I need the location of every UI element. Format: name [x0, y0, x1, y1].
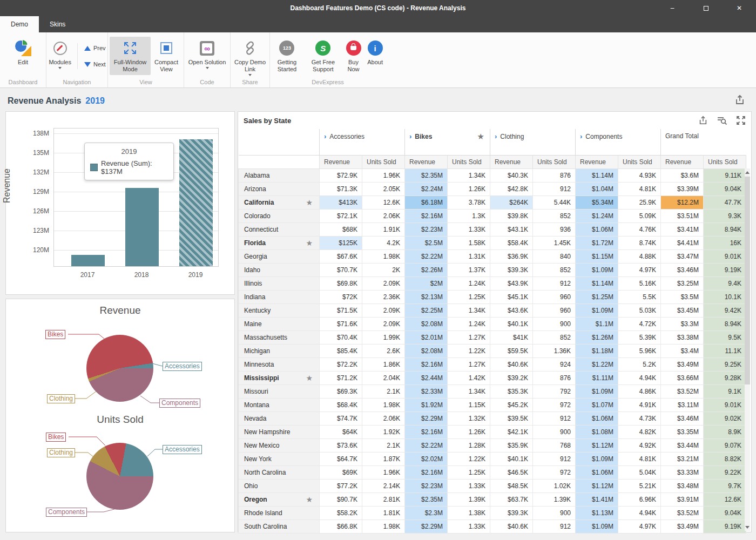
data-cell[interactable]: $69.3K	[320, 384, 362, 398]
state-cell[interactable]: Nevada	[239, 411, 320, 425]
data-cell[interactable]: 1.25K	[448, 465, 490, 479]
data-cell[interactable]: $64.7K	[320, 452, 362, 465]
data-cell[interactable]: 9.04K	[704, 506, 746, 519]
data-cell[interactable]: $58.2K	[320, 506, 362, 519]
data-cell[interactable]: $2.44M	[405, 371, 448, 384]
pie-label-clothing[interactable]: Clothing	[47, 394, 75, 403]
data-cell[interactable]: $2.16M	[405, 425, 448, 438]
data-cell[interactable]: 1.92K	[362, 425, 405, 438]
data-cell[interactable]: 8.9K	[704, 425, 746, 438]
data-cell[interactable]: $3.66M	[661, 371, 704, 384]
column-header[interactable]: Revenue	[576, 155, 618, 168]
data-cell[interactable]: $72K	[320, 290, 362, 303]
dashboard-export-icon[interactable]	[734, 94, 745, 107]
state-cell[interactable]: Colorado	[239, 209, 320, 222]
data-cell[interactable]: $3.49M	[661, 519, 704, 533]
table-row[interactable]: New York$64.7K1.87K$2.02M1.22K$40.1K912$…	[239, 452, 746, 465]
data-cell[interactable]: $3.45M	[661, 303, 704, 317]
state-cell[interactable]: Mississippi★	[239, 371, 320, 384]
data-cell[interactable]: $41K	[490, 330, 533, 344]
data-cell[interactable]: 5.44K	[533, 195, 576, 209]
data-cell[interactable]: 912	[533, 276, 576, 290]
data-cell[interactable]: 840	[533, 249, 576, 263]
data-cell[interactable]: 1.33K	[448, 479, 490, 492]
expand-chevron-icon[interactable]: ›	[409, 132, 411, 140]
table-row[interactable]: Rhode Island$58.2K1.81K$2.3M1.38K$39.3K9…	[239, 506, 746, 519]
data-cell[interactable]: 900	[533, 425, 576, 438]
data-cell[interactable]: 1.37K	[448, 263, 490, 276]
data-cell[interactable]: $2.35M	[405, 168, 448, 182]
data-cell[interactable]: 9.5K	[704, 330, 746, 344]
data-cell[interactable]: 4.72K	[618, 317, 661, 330]
prev-button[interactable]: Prev	[82, 43, 108, 53]
data-cell[interactable]: $1.25M	[576, 290, 618, 303]
data-cell[interactable]: $6.18M	[405, 195, 448, 209]
data-cell[interactable]: $43.6K	[490, 303, 533, 317]
data-cell[interactable]: 9.42K	[704, 303, 746, 317]
data-cell[interactable]: 4.81K	[618, 452, 661, 465]
data-cell[interactable]: 1.98K	[362, 519, 405, 533]
data-cell[interactable]: $1.13M	[576, 506, 618, 519]
data-cell[interactable]: $2.08M	[405, 344, 448, 357]
data-cell[interactable]: $1.12M	[576, 479, 618, 492]
data-cell[interactable]: 2.81K	[362, 492, 405, 506]
maximize-icon[interactable]	[736, 116, 746, 125]
data-cell[interactable]: 768	[533, 438, 576, 452]
data-cell[interactable]: 4.97K	[618, 519, 661, 533]
data-cell[interactable]: 2.6K	[362, 344, 405, 357]
modules-button[interactable]: Modules	[46, 37, 74, 71]
data-cell[interactable]: $70.4K	[320, 330, 362, 344]
data-cell[interactable]: 47.7K	[704, 195, 746, 209]
data-cell[interactable]: $3.21M	[661, 452, 704, 465]
data-cell[interactable]: $2M	[405, 276, 448, 290]
data-cell[interactable]: 8.94K	[704, 222, 746, 236]
data-cell[interactable]: 1.96K	[362, 168, 405, 182]
data-cell[interactable]: 1.99K	[362, 330, 405, 344]
data-cell[interactable]: 900	[533, 317, 576, 330]
column-group-components[interactable]: ›Components	[576, 129, 661, 155]
data-cell[interactable]: $2.5M	[405, 236, 448, 249]
data-cell[interactable]: 2.1K	[362, 384, 405, 398]
data-cell[interactable]: $1.06M	[576, 465, 618, 479]
data-cell[interactable]: 1.86K	[362, 357, 405, 371]
data-cell[interactable]: $43.9K	[490, 276, 533, 290]
data-cell[interactable]: $45.1K	[490, 290, 533, 303]
data-cell[interactable]: 8.94K	[704, 317, 746, 330]
data-cell[interactable]: $3.5M	[661, 290, 704, 303]
data-cell[interactable]: 9.7K	[704, 479, 746, 492]
data-cell[interactable]: $58.4K	[490, 236, 533, 249]
maximize-icon[interactable]	[689, 0, 723, 16]
table-row[interactable]: Ohio$77.2K2.14K$2.23M1.33K$48.5K1.02K$1.…	[239, 479, 746, 492]
data-cell[interactable]: 9.01K	[704, 249, 746, 263]
data-cell[interactable]: $3.3M	[661, 317, 704, 330]
data-cell[interactable]: 1.15K	[448, 398, 490, 411]
column-header[interactable]: Revenue	[490, 155, 533, 168]
table-row[interactable]: Illinois$69.8K2.09K$2M1.24K$43.9K912$1.1…	[239, 276, 746, 290]
column-group-grand-total[interactable]: Grand Total	[661, 129, 746, 155]
data-cell[interactable]: $40.3K	[490, 168, 533, 182]
data-cell[interactable]: 4.2K	[362, 236, 405, 249]
data-cell[interactable]: 1.58K	[448, 236, 490, 249]
data-cell[interactable]: $3.91M	[661, 492, 704, 506]
data-cell[interactable]: 8.74K	[618, 236, 661, 249]
data-cell[interactable]: $35.9K	[490, 438, 533, 452]
scroll-up-icon[interactable]	[745, 168, 750, 176]
state-cell[interactable]: North Carolina	[239, 465, 320, 479]
data-cell[interactable]: $3.46M	[661, 263, 704, 276]
data-cell[interactable]: $1.11M	[576, 371, 618, 384]
data-cell[interactable]: 1.98K	[362, 249, 405, 263]
data-cell[interactable]: $35.3K	[490, 384, 533, 398]
data-cell[interactable]: 852	[533, 263, 576, 276]
data-cell[interactable]: 1.87K	[362, 452, 405, 465]
data-cell[interactable]: 852	[533, 330, 576, 344]
data-cell[interactable]: 1.33K	[448, 222, 490, 236]
column-header[interactable]: Units Sold	[618, 155, 661, 168]
data-cell[interactable]: $3.49M	[661, 357, 704, 371]
data-cell[interactable]: 1.91K	[362, 222, 405, 236]
data-cell[interactable]: 1.42K	[448, 371, 490, 384]
table-row[interactable]: South Carolina$66.8K1.98K$2.29M1.33K$40.…	[239, 519, 746, 533]
data-cell[interactable]: 1.39K	[448, 492, 490, 506]
data-cell[interactable]: 2.1K	[362, 438, 405, 452]
data-cell[interactable]: 10.1K	[704, 290, 746, 303]
data-cell[interactable]: 1.25K	[448, 290, 490, 303]
